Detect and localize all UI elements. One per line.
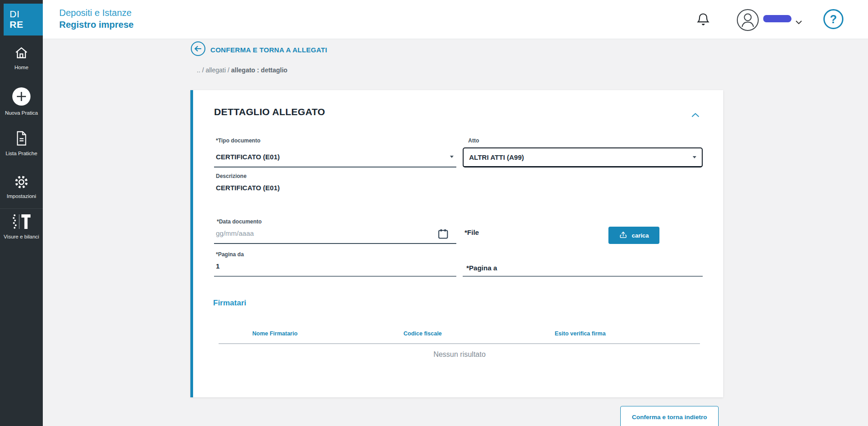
chevron-up-icon [691, 112, 700, 119]
plus-circle-icon [0, 86, 43, 107]
app-logo: DI RE [4, 4, 43, 36]
sidebar-item-nuova-pratica[interactable]: Nuova Pratica [0, 86, 43, 116]
upload-button-label: carica [632, 232, 649, 239]
upload-icon [619, 231, 628, 240]
gear-icon [0, 174, 43, 191]
user-avatar[interactable] [736, 8, 760, 32]
table-header-divider [219, 343, 700, 344]
app-logo-line1: DI [10, 9, 43, 19]
help-button[interactable]: ? [823, 9, 843, 29]
data-documento-field [214, 224, 456, 244]
sidebar-item-label: Home [15, 65, 29, 70]
atto-value: ALTRI ATTI (A99) [469, 153, 524, 161]
upload-file-button[interactable]: carica [608, 227, 659, 244]
atto-select[interactable]: ALTRI ATTI (A99) [463, 147, 703, 167]
column-header-nome-firmatario: Nome Firmatario [252, 330, 297, 337]
breadcrumb-current: allegato : dettaglio [231, 66, 287, 74]
app-logo-line2: RE [10, 19, 43, 30]
sidebar-item-home[interactable]: Home [0, 45, 43, 70]
dettaglio-allegato-card: DETTAGLIO ALLEGATO *Tipo documento CERTI… [190, 90, 723, 397]
card-title: DETTAGLIO ALLEGATO [214, 106, 325, 117]
bell-icon [695, 22, 711, 29]
tipo-documento-value: CERTIFICATO (E01) [216, 153, 280, 161]
question-mark-icon: ? [830, 13, 837, 26]
chevron-down-icon[interactable] [795, 18, 802, 26]
file-label: *File [465, 228, 479, 236]
pagina-da-input[interactable] [214, 257, 442, 275]
home-icon [0, 45, 43, 62]
arrow-left-circle-icon [190, 41, 206, 58]
descrizione-value: CERTIFICATO (E01) [216, 184, 280, 192]
sidebar-item-label: Nuova Pratica [5, 110, 38, 116]
pagina-a-label: *Pagina a [466, 264, 497, 272]
sidebar-item-label: Impostazioni [7, 193, 36, 199]
tipo-documento-label: *Tipo documento [216, 137, 260, 144]
breadcrumb-path[interactable]: .. / allegati / [197, 66, 231, 74]
descrizione-label: Descrizione [216, 173, 246, 179]
calendar-icon[interactable] [437, 228, 449, 242]
pagina-da-field [214, 257, 456, 277]
conferma-e-torna-indietro-button[interactable]: Conferma e torna indietro [620, 406, 719, 426]
app-title-line1: Depositi e Istanze [59, 7, 133, 19]
atto-label: Atto [468, 137, 479, 144]
app-title: Depositi e Istanze Registro imprese [59, 7, 133, 30]
firmatari-section-title: Firmatari [213, 299, 246, 308]
tipo-documento-select[interactable]: CERTIFICATO (E01) [214, 147, 456, 167]
visure-telemaco-icon [0, 213, 43, 231]
user-name-redacted[interactable] [763, 15, 791, 22]
sidebar-item-label: Lista Pratiche [5, 151, 37, 156]
app-title-line2: Registro imprese [59, 19, 133, 30]
table-empty-message: Nessun risultato [193, 350, 726, 359]
top-header: Depositi e Istanze Registro imprese ? [0, 0, 868, 39]
sidebar-item-visure-e-bilanci[interactable]: Visure e bilanci [0, 213, 43, 239]
user-icon [736, 25, 760, 33]
column-header-esito-verifica-firma: Esito verifica firma [555, 330, 606, 337]
sidebar: DI RE Home Nuova Pratica [0, 0, 43, 426]
sidebar-divider [0, 208, 43, 209]
document-icon [0, 130, 43, 148]
back-button-label: CONFERMA E TORNA A ALLEGATI [210, 46, 327, 54]
back-button[interactable]: CONFERMA E TORNA A ALLEGATI [190, 41, 327, 58]
sidebar-item-impostazioni[interactable]: Impostazioni [0, 174, 43, 199]
notifications-button[interactable] [693, 10, 713, 30]
data-documento-input[interactable] [214, 224, 428, 242]
column-header-codice-fiscale: Codice fiscale [403, 330, 442, 337]
dropdown-caret-icon [693, 156, 696, 158]
breadcrumb: .. / allegati / allegato : dettaglio [197, 66, 287, 74]
sidebar-item-lista-pratiche[interactable]: Lista Pratiche [0, 130, 43, 156]
sidebar-item-label: Visure e bilanci [4, 234, 39, 239]
dropdown-caret-icon [450, 156, 454, 158]
pagina-a-field[interactable]: *Pagina a [463, 257, 703, 277]
collapse-card-button[interactable] [691, 112, 700, 119]
